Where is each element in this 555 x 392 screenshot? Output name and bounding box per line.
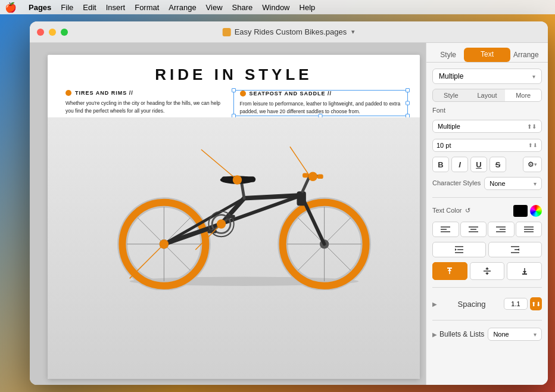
font-name-dropdown[interactable]: Multiple ⬆⬇ [432,120,542,133]
svg-rect-45 [226,215,235,219]
panel-tabs: Style Text Arrange [426,43,548,63]
text-options-button[interactable]: ⚙ ▾ [523,157,542,172]
tab-style[interactable]: Style [432,48,464,62]
bullets-dropdown[interactable]: None ▾ [488,328,542,341]
valign-top-button[interactable] [432,262,467,280]
col1-heading: TIRES AND RIMS // [66,90,227,96]
spacing-value-container: 1.1 ⬆⬇ [504,297,542,310]
font-size-input[interactable]: 10 pt ⬆⬇ [432,139,542,152]
svg-rect-31 [297,191,305,206]
tab-text[interactable]: Text [464,48,510,62]
sub-tab-layout[interactable]: Layout [469,89,506,101]
svg-rect-38 [317,174,323,179]
menu-view[interactable]: View [206,3,223,12]
text-color-rotate-icon[interactable]: ↺ [465,207,470,214]
spacing-input[interactable]: 1.1 [504,298,528,310]
menu-edit[interactable]: Edit [83,3,96,12]
italic-button[interactable]: I [451,157,468,172]
col1-dot [66,90,71,96]
divider-3 [432,320,542,321]
bike-section [48,117,420,379]
svg-marker-73 [517,248,519,251]
maximize-button[interactable] [61,29,68,36]
gear-chevron-icon: ▾ [534,161,537,167]
apple-menu[interactable]: 🍎 [5,2,17,13]
multiple-dropdown[interactable]: Multiple ▾ [432,69,542,84]
font-name-label: Multiple [438,123,460,130]
handle-mr[interactable] [406,101,410,105]
sub-tab-more[interactable]: More [505,89,541,101]
align-justify-button[interactable] [516,222,542,237]
tab-arrange[interactable]: Arrange [510,48,542,62]
title-text: Easy Rides Custom Bikes.pages [235,27,347,36]
bold-button[interactable]: B [432,157,449,172]
svg-marker-76 [448,269,451,271]
main-window: Easy Rides Custom Bikes.pages ▾ RIDE IN … [30,21,548,385]
align-left-button[interactable] [432,222,459,237]
bullets-dropdown-chevron-icon: ▾ [534,331,537,338]
decrease-indent-button[interactable] [432,242,486,257]
menu-file[interactable]: File [61,3,73,12]
svg-line-8 [138,217,164,244]
font-dropdown-chevron-icon: ⬆⬇ [527,123,537,130]
spacing-chevron-icon: ▶ [432,301,437,307]
align-center-button[interactable] [460,222,487,237]
close-button[interactable] [37,29,44,36]
bullets-value: None [493,331,509,338]
minimize-button[interactable] [49,29,56,36]
svg-line-22 [325,217,351,244]
gear-icon: ⚙ [528,160,534,169]
panel-content: Multiple ▾ Style Layout More Font Multip… [426,63,548,347]
strikethrough-button[interactable]: S [489,157,506,172]
svg-line-52 [290,147,310,176]
col2-heading: SEATPOST AND SADDLE // [240,91,402,97]
menu-arrange[interactable]: Arrange [169,3,196,12]
svg-rect-82 [522,273,527,275]
spacing-stepper[interactable]: ⬆⬇ [530,297,542,310]
menu-format[interactable]: Format [135,3,159,12]
text-style-buttons: B I U S ⚙ ▾ [432,157,542,172]
divider-1 [432,197,542,198]
bullets-chevron-icon: ▶ [432,331,437,338]
bullets-row: ▶ Bullets & Lists None ▾ [432,328,542,341]
multiple-chevron-icon: ▾ [532,73,535,80]
char-styles-label: Character Styles [432,179,481,186]
text-color-swatch[interactable] [513,205,528,217]
traffic-lights [37,29,68,36]
spacing-label: Spacing [458,300,486,309]
char-styles-chevron-icon: ▾ [534,181,537,187]
menu-help[interactable]: Help [300,3,316,12]
sub-tabs: Style Layout More [432,89,542,102]
char-styles-dropdown[interactable]: None ▾ [484,177,542,190]
align-right-button[interactable] [488,222,515,237]
text-color-row: Text Color ↺ [432,205,542,217]
title-bar: Easy Rides Custom Bikes.pages ▾ [30,21,548,43]
valign-bottom-button[interactable] [507,262,542,280]
handle-tr[interactable] [406,88,410,92]
document-area[interactable]: RIDE IN STYLE TIRES AND RIMS // Whether … [30,43,426,385]
menu-share[interactable]: Share [232,3,253,12]
menu-insert[interactable]: Insert [106,3,126,12]
font-size-stepper-icon[interactable]: ⬆⬇ [528,142,538,148]
title-chevron-icon[interactable]: ▾ [351,28,355,36]
app-name[interactable]: Pages [29,3,51,12]
spacing-row[interactable]: ▶ Spacing 1.1 ⬆⬇ [432,295,542,313]
text-color-label: Text Color ↺ [432,207,470,214]
sub-tab-style[interactable]: Style [433,89,469,101]
underline-button[interactable]: U [470,157,487,172]
increase-indent-button[interactable] [488,242,542,257]
font-section-label: Font [432,107,542,114]
svg-rect-37 [303,173,308,178]
font-size-row: 10 pt ⬆⬇ [432,139,542,152]
handle-tl[interactable] [232,88,236,92]
stepper-icon: ⬆⬇ [531,301,541,307]
valign-middle-button[interactable] [470,262,505,280]
right-panel: Style Text Arrange Multiple ▾ Style Layo… [426,43,548,385]
menu-window[interactable]: Window [262,3,289,12]
color-wheel[interactable] [530,205,542,217]
column-2-selected[interactable]: SEATPOST AND SADDLE // From leisure to p… [233,90,409,116]
indent-row [432,242,542,257]
svg-marker-69 [455,248,457,251]
svg-line-51 [201,150,238,180]
svg-marker-79 [485,267,489,269]
